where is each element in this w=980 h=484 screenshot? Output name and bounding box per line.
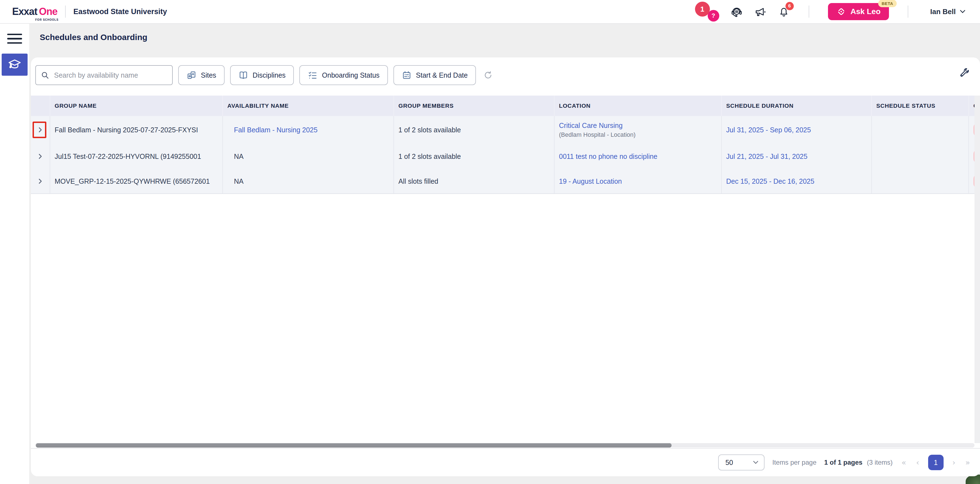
graduation-cap-icon: [7, 57, 22, 72]
row-expander-button[interactable]: [34, 174, 46, 188]
megaphone-icon: [754, 5, 767, 18]
sidebar-item-academics-active[interactable]: [2, 54, 28, 76]
notification-count-badge: 6: [786, 2, 794, 10]
item-count-label: (3 items): [867, 458, 892, 466]
availability-cell: NA: [223, 144, 394, 169]
header-divider: [809, 6, 809, 18]
schedule-duration-link[interactable]: Jul 21, 2025 - Jul 31, 2025: [726, 152, 871, 160]
column-header-schedule-duration: SCHEDULE DURATION: [722, 96, 872, 116]
location-link[interactable]: 19 - August Location: [559, 177, 721, 185]
schedule-status-cell: [872, 169, 969, 193]
expander-cell: [31, 169, 50, 193]
row-expander-button[interactable]: [34, 149, 46, 163]
group-name-cell: MOVE_GRP-12-15-2025-QYWHRWE (656572601: [50, 169, 223, 193]
user-menu[interactable]: Ian Bell: [927, 7, 969, 17]
table-header-row: GROUP NAME AVAILABILITY NAME GROUP MEMBE…: [31, 96, 980, 116]
start-end-date-label: Start & End Date: [416, 71, 468, 79]
start-end-date-filter-button[interactable]: Start & End Date: [393, 65, 476, 85]
last-page-button[interactable]: »: [964, 458, 971, 467]
group-name-cell: Fall Bedlam - Nursing 2025-07-27-2025-FX…: [50, 116, 223, 144]
beta-badge: BETA: [878, 0, 896, 7]
schedule-status-cell: [872, 144, 969, 169]
help-count-badge: 1: [695, 2, 710, 17]
organization-name: Eastwood State University: [73, 8, 167, 16]
exxat-one-logo[interactable]: Exxat One FOR SCHOOLS: [12, 6, 57, 18]
logo-text-one: One: [39, 6, 57, 18]
notifications-button[interactable]: 6: [778, 5, 790, 18]
current-page-button[interactable]: 1: [928, 455, 943, 470]
column-header-expander: [31, 96, 50, 116]
header-actions: 1 ?: [695, 3, 980, 21]
location-link[interactable]: Critical Care Nursing: [559, 121, 721, 129]
app-root: Exxat One FOR SCHOOLS Eastwood State Uni…: [0, 0, 980, 484]
ask-leo-button[interactable]: Ask Leo BETA: [828, 3, 889, 20]
availability-link[interactable]: Fall Bedlam - Nursing 2025: [234, 126, 393, 134]
search-field[interactable]: [35, 65, 173, 85]
column-header-schedule-status: SCHEDULE STATUS: [872, 96, 969, 116]
wrench-icon: [959, 67, 970, 78]
filter-toolbar: Sites Disciplines: [35, 65, 493, 85]
logo-text-exxat: Exxat: [12, 6, 37, 18]
refresh-icon: [483, 70, 493, 80]
calendar-icon: [402, 70, 412, 80]
exxat-logomark-icon: [836, 6, 846, 17]
search-icon: [41, 71, 49, 79]
group-members-cell: 1 of 2 slots available: [394, 144, 555, 169]
schedule-duration-link[interactable]: Dec 15, 2025 - Dec 16, 2025: [726, 177, 871, 185]
column-header-group-name: GROUP NAME: [50, 96, 223, 116]
help-button[interactable]: 1 ?: [695, 3, 719, 21]
header-divider: [908, 6, 908, 18]
checklist-icon: [308, 70, 318, 80]
disciplines-filter-button[interactable]: Disciplines: [230, 65, 294, 85]
onboarding-status-label: Onboarding Status: [322, 71, 379, 79]
refresh-button[interactable]: [483, 70, 493, 80]
sites-icon: [186, 70, 196, 80]
group-name-cell: Jul15 Test-07-22-2025-HYVORNL (914925500…: [50, 144, 223, 169]
left-sidebar: [0, 23, 29, 484]
location-link[interactable]: 0011 test no phone no discipline: [559, 152, 721, 160]
horizontal-scrollbar-thumb[interactable]: [36, 443, 671, 447]
support-headset-button[interactable]: [730, 5, 743, 18]
table-row: Jul15 Test-07-22-2025-HYVORNL (914925500…: [31, 144, 980, 169]
first-page-button[interactable]: «: [900, 458, 907, 467]
row-expander-button[interactable]: [34, 123, 46, 137]
items-per-page-label: Items per page: [772, 458, 816, 466]
user-name: Ian Bell: [930, 8, 956, 16]
group-members-cell: 1 of 2 slots available: [394, 116, 555, 144]
menu-toggle-button[interactable]: [7, 33, 22, 44]
expander-cell: [31, 116, 50, 144]
horizontal-scrollbar-track[interactable]: [35, 443, 974, 447]
availability-cell: NA: [223, 169, 394, 193]
page-size-select[interactable]: 50: [718, 454, 765, 470]
next-page-button[interactable]: ›: [951, 458, 956, 467]
table-row: MOVE_GRP-12-15-2025-QYWHRWE (656572601 N…: [31, 169, 980, 194]
logo-subtext: FOR SCHOOLS: [35, 18, 59, 21]
chevron-down-icon: [753, 460, 759, 464]
table-settings-button[interactable]: [959, 67, 970, 78]
headset-icon: [730, 5, 743, 18]
search-input[interactable]: [53, 71, 172, 80]
announcements-button[interactable]: [754, 5, 767, 18]
content-card: Sites Disciplines: [31, 58, 980, 476]
page-size-value: 50: [725, 458, 733, 466]
sites-label: Sites: [201, 71, 216, 79]
column-header-group-members: GROUP MEMBERS: [394, 96, 555, 116]
schedule-duration-link[interactable]: Jul 31, 2025 - Sep 06, 2025: [726, 126, 871, 134]
schedule-status-cell: [872, 116, 969, 144]
vertical-scrollbar-track[interactable]: [974, 96, 980, 443]
header-divider: [65, 6, 66, 18]
column-header-location: LOCATION: [555, 96, 722, 116]
page-title: Schedules and Onboarding: [40, 33, 147, 42]
column-header-availability-name: AVAILABILITY NAME: [223, 96, 394, 116]
page-count-label: 1 of 1 pages: [824, 458, 862, 466]
table-row: Fall Bedlam - Nursing 2025-07-27-2025-FX…: [31, 116, 980, 144]
expander-cell: [31, 144, 50, 169]
chevron-down-icon: [959, 10, 966, 14]
onboarding-status-filter-button[interactable]: Onboarding Status: [299, 65, 388, 85]
ask-leo-label: Ask Leo: [851, 7, 881, 16]
pagination-bar: 50 Items per page 1 of 1 pages (3 items)…: [31, 448, 980, 476]
previous-page-button[interactable]: ‹: [915, 458, 920, 467]
disciplines-label: Disciplines: [253, 71, 286, 79]
sites-filter-button[interactable]: Sites: [178, 65, 224, 85]
open-book-icon: [239, 70, 248, 80]
